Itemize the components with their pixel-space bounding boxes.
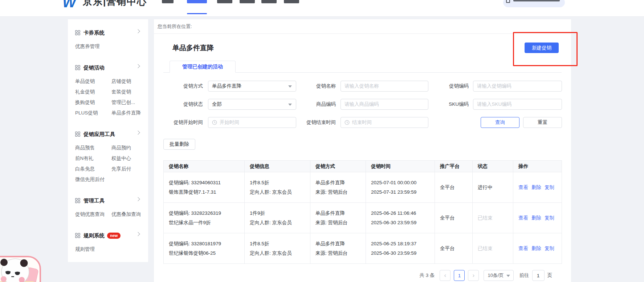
sidebar-section-title: 管理工具: [83, 197, 105, 204]
sidebar-item[interactable]: 礼金促销: [75, 86, 111, 97]
promo-status-value: 全部: [212, 101, 222, 108]
cell-promo-name: 促销编码: 33294060311银饰直降促销7.1-7.31: [164, 172, 245, 203]
cell-promo-time: 2025-07-01 00:00:002025-07-31 23:59:59: [366, 172, 435, 203]
nav-item-cutoff[interactable]: [162, 0, 174, 3]
header-notice-pill[interactable]: [503, 0, 565, 7]
sku-code-input[interactable]: 请输入SKU编码: [473, 99, 562, 110]
action-link-删除[interactable]: 删除: [531, 185, 541, 190]
table-header-cell: 促销方式: [310, 161, 366, 172]
sidebar-item[interactable]: 商品预售: [75, 142, 111, 153]
promo-name-input[interactable]: 请输入促销名称: [341, 81, 428, 92]
nav-item-cutoff[interactable]: [284, 0, 299, 3]
table-header-cell: 状态: [473, 161, 513, 172]
chevron-right-icon: [136, 130, 140, 134]
sidebar-section-header[interactable]: 规则系统 new: [68, 232, 148, 239]
promo-code-label: 促销编码: [421, 81, 469, 92]
promo-name-label: 促销名称: [290, 81, 336, 92]
new-badge: new: [107, 233, 121, 239]
top-header: W 京东|营销中心: [0, 0, 644, 17]
end-time-label: 促销结束时间: [290, 117, 336, 128]
nav-item-cutoff[interactable]: [217, 0, 232, 3]
sidebar-item[interactable]: 管理已创...: [111, 97, 141, 108]
query-button[interactable]: 查询: [481, 117, 519, 128]
cell-platform: 全平台: [435, 203, 473, 233]
nav-item-cutoff-active[interactable]: [187, 0, 207, 3]
promo-status-select[interactable]: 全部: [208, 99, 296, 110]
batch-delete-button[interactable]: 批量删除: [163, 139, 195, 150]
action-link-查看[interactable]: 查看: [518, 246, 528, 251]
status-badge: 已结束: [473, 233, 513, 264]
main-panel: 您当前所在位置: 单品多件直降 新建促销 管理已创建的活动 促销方式 单品多件直…: [154, 19, 571, 282]
sidebar-item[interactable]: 单品促销: [75, 76, 111, 86]
chevron-right-icon: [136, 197, 140, 201]
sidebar-section-header[interactable]: 卡券系统: [68, 29, 148, 36]
promo-name-placeholder: 请输入促销名称: [345, 83, 379, 89]
promo-code-input[interactable]: 请输入促销编码: [473, 81, 562, 92]
table-header-cell: 操作: [513, 161, 562, 172]
total-count: 共 3 条: [419, 272, 435, 279]
reset-button[interactable]: 重置: [523, 117, 562, 128]
grid-icon: [75, 65, 80, 70]
goto-page-input[interactable]: [532, 270, 545, 281]
cell-platform: 全平台: [435, 233, 473, 264]
table-row: 促销编码: 33294060311银饰直降促销7.1-7.31 1件8.5折定向…: [164, 172, 562, 203]
end-time-picker[interactable]: 结束时间: [341, 117, 428, 128]
product-code-placeholder: 请输入商品编码: [345, 101, 379, 108]
product-code-label: 商品编码: [290, 99, 336, 110]
cell-actions: 查看删除复制: [513, 172, 562, 203]
chevron-down-icon: [506, 275, 510, 277]
notice-text-cutoff: [513, 0, 560, 1]
sidebar-item[interactable]: 前N有礼: [75, 153, 111, 164]
sidebar-item[interactable]: 套装促销: [111, 86, 141, 97]
table-header-cell: 促销名称: [164, 161, 245, 172]
sidebar-section-title: 促销活动: [83, 64, 105, 71]
filter-row-3: 促销开始时间 开始时间 促销结束时间 结束时间 查询 重置: [154, 117, 571, 128]
table-header-cell: 促销信息: [245, 161, 310, 172]
nav-item-cutoff[interactable]: [261, 0, 277, 3]
cell-promo-time: 2025-06-26 11:06:462025-06-30 23:59:59: [366, 203, 435, 233]
new-promotion-button[interactable]: 新建促销: [525, 43, 559, 53]
product-code-input[interactable]: 请输入商品编码: [341, 99, 428, 110]
nav-item-cutoff[interactable]: [240, 0, 255, 3]
sidebar-item[interactable]: 优惠券管理: [75, 41, 111, 52]
page-1-button[interactable]: 1: [454, 270, 465, 281]
page-size-select[interactable]: 10条/页: [484, 270, 513, 281]
sidebar-item[interactable]: PLUS促销: [75, 108, 111, 118]
action-link-查看[interactable]: 查看: [518, 185, 528, 190]
action-link-复制[interactable]: 复制: [545, 215, 554, 221]
start-time-picker[interactable]: 开始时间: [208, 117, 296, 128]
action-link-删除[interactable]: 删除: [531, 246, 541, 251]
sidebar-item[interactable]: 优惠叠加查询: [111, 209, 141, 219]
sidebar-section: 规则系统 new 规则管理: [68, 232, 148, 254]
tab-manage-created-activities[interactable]: 管理已创建的活动: [170, 61, 236, 73]
cell-promo-info: 1件8.5折定向人群: 京东会员: [245, 233, 310, 264]
sidebar-section-header[interactable]: 促销应用工具: [68, 130, 148, 138]
action-link-复制[interactable]: 复制: [545, 246, 554, 251]
sidebar-item[interactable]: 规则管理: [75, 244, 111, 254]
cell-promo-info: 1件9折定向人群: 京东会员: [245, 203, 310, 233]
action-link-删除[interactable]: 删除: [531, 215, 541, 221]
cell-promo-time: 2025-06-25 18:19:372025-06-30 23:59:59: [366, 233, 435, 264]
sidebar-section-header[interactable]: 管理工具: [68, 197, 148, 204]
promo-method-label: 促销方式: [158, 81, 203, 92]
sidebar-item[interactable]: 商品预约: [111, 142, 141, 153]
end-time-placeholder: 结束时间: [352, 119, 372, 126]
sidebar-item[interactable]: 换购促销: [75, 97, 111, 108]
next-page-button[interactable]: ›: [468, 270, 479, 281]
action-link-查看[interactable]: 查看: [518, 215, 528, 221]
table-row: 促销编码: 33282326319世纪缘水晶一件9折 1件9折定向人群: 京东会…: [164, 203, 562, 233]
sidebar-item[interactable]: 单品多件直降: [111, 108, 141, 118]
sidebar-section-header[interactable]: 促销活动: [68, 64, 148, 71]
table-header-cell: 推广平台: [435, 161, 473, 172]
sidebar-item[interactable]: 微信先用后付: [75, 174, 111, 185]
sidebar-item[interactable]: 先享后付: [111, 164, 141, 174]
sidebar-item[interactable]: 白条免息: [75, 164, 111, 174]
sidebar-item[interactable]: 店铺促销: [111, 76, 141, 86]
sidebar-item[interactable]: 权益中心: [111, 153, 141, 164]
panda-sticker: [0, 249, 49, 282]
sidebar-item[interactable]: 促销优惠查询: [75, 209, 111, 219]
chevron-right-icon: [136, 29, 140, 33]
prev-page-button[interactable]: ‹: [440, 270, 451, 281]
promo-method-select[interactable]: 单品多件直降: [208, 81, 296, 92]
action-link-复制[interactable]: 复制: [545, 185, 554, 190]
